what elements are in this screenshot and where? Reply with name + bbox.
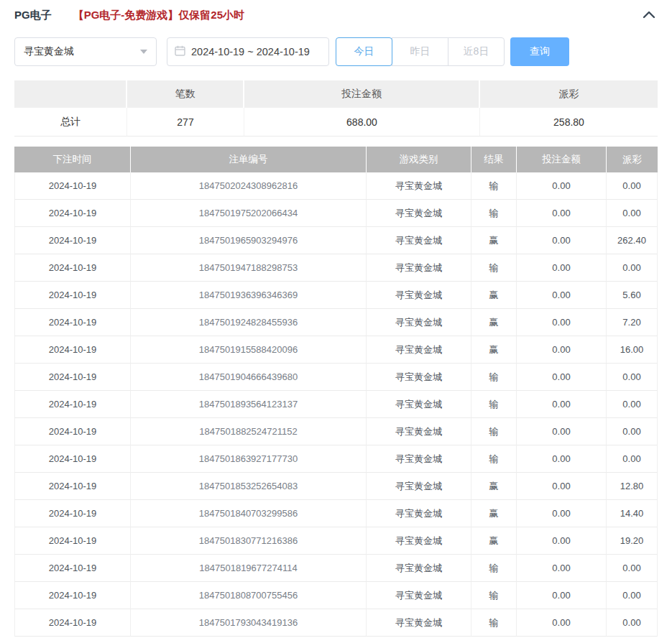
summary-count-value: 277	[127, 108, 244, 137]
payout-cell: 0.00	[607, 172, 658, 200]
search-button[interactable]: 查询	[510, 37, 569, 66]
bet-time-cell: 2024-10-19	[14, 609, 131, 637]
game-category-cell: 寻宝黄金城	[367, 200, 471, 227]
bet-id-cell: 1847502024308962816	[131, 172, 367, 200]
game-category-cell: 寻宝黄金城	[367, 527, 471, 555]
quick-range-group: 今日 昨日 近8日	[336, 37, 505, 66]
table-row: 2024-10-19 1847501853252654083 寻宝黄金城 赢 0…	[14, 473, 658, 500]
bet-amount-cell: 0.00	[517, 364, 607, 391]
bet-amount-cell: 0.00	[517, 582, 607, 609]
bet-id-cell: 1847501975202066434	[131, 200, 367, 227]
game-category-cell: 寻宝黄金城	[367, 445, 471, 473]
table-row: 2024-10-19 1847501863927177730 寻宝黄金城 输 0…	[14, 445, 658, 473]
bet-id-cell: 1847501924828455936	[131, 309, 367, 336]
bet-amount-cell: 0.00	[517, 282, 607, 309]
table-row: 2024-10-19 1847501893564123137 寻宝黄金城 输 0…	[14, 391, 658, 418]
payout-cell: 14.40	[607, 500, 658, 527]
bet-amount-cell: 0.00	[517, 200, 607, 227]
bet-amount-cell: 0.00	[517, 609, 607, 637]
bet-table-header-row: 下注时间 注单编号 游戏类别 结果 投注金额 派彩	[14, 147, 658, 172]
payout-cell: 0.00	[607, 582, 658, 609]
game-category-cell: 寻宝黄金城	[367, 582, 471, 609]
notice-text: 【PG电子-免费游戏】仅保留25小时	[73, 9, 244, 22]
game-category-cell: 寻宝黄金城	[367, 364, 471, 391]
bet-time-cell: 2024-10-19	[14, 282, 131, 309]
payout-cell: 262.40	[607, 227, 658, 254]
bet-time-cell: 2024-10-19	[14, 309, 131, 336]
col-header-result: 结果	[471, 147, 517, 172]
table-row: 2024-10-19 1847501965903294976 寻宝黄金城 赢 0…	[14, 227, 658, 254]
summary-payout-value: 258.80	[480, 108, 658, 137]
bet-id-cell: 1847501936396346369	[131, 282, 367, 309]
table-row: 2024-10-19 1847501947188298753 寻宝黄金城 输 0…	[14, 254, 658, 282]
result-cell: 输	[471, 364, 517, 391]
bet-records-table: 下注时间 注单编号 游戏类别 结果 投注金额 派彩 2024-10-19 184…	[14, 147, 658, 637]
yesterday-button[interactable]: 昨日	[392, 37, 448, 66]
game-category-cell: 寻宝黄金城	[367, 555, 471, 582]
bet-id-cell: 1847501965903294976	[131, 227, 367, 254]
summary-table: 笔数 投注金额 派彩 总计 277 688.00 258.80	[14, 80, 658, 137]
bet-id-cell: 1847501830771216386	[131, 527, 367, 555]
payout-cell: 7.20	[607, 309, 658, 336]
page-title: PG电子	[14, 9, 52, 22]
payout-cell: 12.80	[607, 473, 658, 500]
table-row: 2024-10-19 1847501936396346369 寻宝黄金城 赢 0…	[14, 282, 658, 309]
bet-id-cell: 1847501904666439680	[131, 364, 367, 391]
bet-id-cell: 1847501853252654083	[131, 473, 367, 500]
game-category-cell: 寻宝黄金城	[367, 282, 471, 309]
bet-id-cell: 1847501863927177730	[131, 445, 367, 473]
filter-bar: 寻宝黄金城 2024-10-19 ~ 2024-10-19 今日 昨日 近8日 …	[14, 37, 658, 66]
table-row: 2024-10-19 1847501819677274114 寻宝黄金城 输 0…	[14, 555, 658, 582]
result-cell: 输	[471, 555, 517, 582]
payout-cell: 0.00	[607, 254, 658, 282]
table-row: 2024-10-19 1847501915588420096 寻宝黄金城 赢 0…	[14, 336, 658, 364]
summary-header-blank	[14, 80, 127, 108]
collapse-panel-button[interactable]	[640, 6, 658, 24]
table-row: 2024-10-19 1847501882524721152 寻宝黄金城 输 0…	[14, 418, 658, 445]
game-category-cell: 寻宝黄金城	[367, 391, 471, 418]
result-cell: 输	[471, 254, 517, 282]
summary-header-bet-amount: 投注金额	[244, 80, 480, 108]
bet-time-cell: 2024-10-19	[14, 445, 131, 473]
col-header-payout: 派彩	[607, 147, 658, 172]
payout-cell: 0.00	[607, 445, 658, 473]
game-select-value: 寻宝黄金城	[24, 45, 74, 58]
table-row: 2024-10-19 1847501808700755456 寻宝黄金城 输 0…	[14, 582, 658, 609]
game-category-cell: 寻宝黄金城	[367, 254, 471, 282]
summary-total-label: 总计	[14, 108, 127, 137]
bet-amount-cell: 0.00	[517, 172, 607, 200]
bet-time-cell: 2024-10-19	[14, 227, 131, 254]
payout-cell: 0.00	[607, 391, 658, 418]
bet-time-cell: 2024-10-19	[14, 555, 131, 582]
game-category-cell: 寻宝黄金城	[367, 473, 471, 500]
table-row: 2024-10-19 1847502024308962816 寻宝黄金城 输 0…	[14, 172, 658, 200]
payout-cell: 0.00	[607, 555, 658, 582]
table-row: 2024-10-19 1847501975202066434 寻宝黄金城 输 0…	[14, 200, 658, 227]
bet-time-cell: 2024-10-19	[14, 336, 131, 364]
last-8-days-button[interactable]: 近8日	[448, 37, 505, 66]
result-cell: 赢	[471, 227, 517, 254]
bet-time-cell: 2024-10-19	[14, 200, 131, 227]
bet-time-cell: 2024-10-19	[14, 172, 131, 200]
bet-time-cell: 2024-10-19	[14, 500, 131, 527]
game-select[interactable]: 寻宝黄金城	[14, 37, 157, 66]
date-range-picker[interactable]: 2024-10-19 ~ 2024-10-19	[167, 37, 329, 66]
result-cell: 赢	[471, 500, 517, 527]
summary-header-count: 笔数	[127, 80, 244, 108]
result-cell: 输	[471, 609, 517, 637]
today-button[interactable]: 今日	[336, 37, 392, 66]
summary-header-payout: 派彩	[480, 80, 658, 108]
summary-total-row: 总计 277 688.00 258.80	[14, 108, 658, 137]
bet-time-cell: 2024-10-19	[14, 527, 131, 555]
game-category-cell: 寻宝黄金城	[367, 309, 471, 336]
table-row: 2024-10-19 1847501793043419136 寻宝黄金城 输 0…	[14, 609, 658, 637]
result-cell: 输	[471, 418, 517, 445]
bet-time-cell: 2024-10-19	[14, 364, 131, 391]
payout-cell: 0.00	[607, 200, 658, 227]
bet-amount-cell: 0.00	[517, 473, 607, 500]
chevron-up-icon	[643, 10, 655, 21]
bet-amount-cell: 0.00	[517, 227, 607, 254]
bet-time-cell: 2024-10-19	[14, 418, 131, 445]
summary-header-row: 笔数 投注金额 派彩	[14, 80, 658, 108]
date-range-value: 2024-10-19 ~ 2024-10-19	[191, 46, 310, 57]
